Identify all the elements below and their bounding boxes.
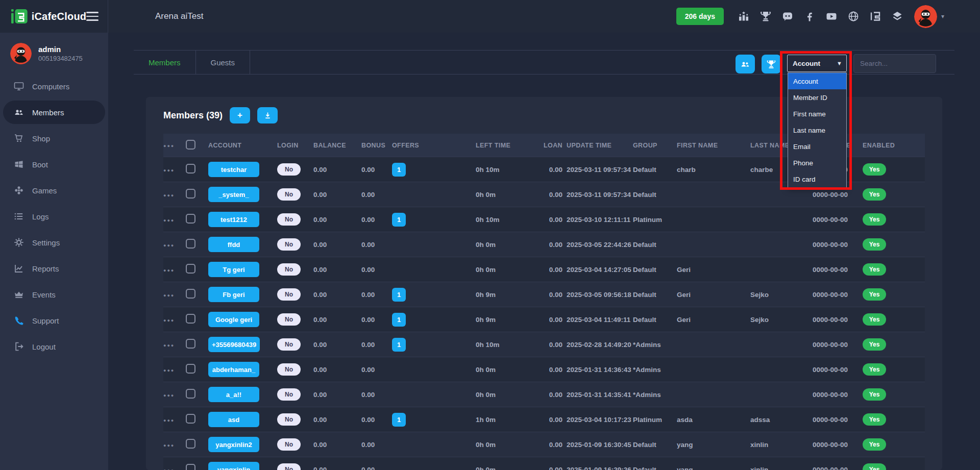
sidebar-item-support[interactable]: Support	[3, 309, 105, 332]
ranking-icon[interactable]	[737, 10, 750, 23]
row-actions-button[interactable]: ●●●	[163, 343, 175, 348]
user-menu-chevron-down-icon[interactable]: ▾	[941, 13, 944, 20]
youtube-icon[interactable]	[825, 10, 838, 23]
filter-option-first-name[interactable]: First name	[788, 106, 846, 122]
account-button[interactable]: a_a!!	[208, 387, 259, 402]
account-button[interactable]: _system_	[208, 187, 259, 202]
row-actions-button[interactable]: ●●●	[163, 268, 175, 273]
row-checkbox[interactable]	[186, 414, 195, 424]
account-button[interactable]: abderhaman_	[208, 362, 259, 377]
row-checkbox[interactable]	[186, 239, 195, 249]
table-row[interactable]: ●●●Fb geriNo0.000.0010h 9m0.002025-03-05…	[163, 282, 925, 307]
sidebar-item-events[interactable]: Events	[3, 283, 105, 306]
account-button[interactable]: Google geri	[208, 312, 259, 327]
table-row[interactable]: ●●●yangxinlin2No0.000.000h 0m0.002025-01…	[163, 432, 925, 457]
table-row[interactable]: ●●●ffddNo0.000.000h 0m0.002025-03-05 22:…	[163, 232, 925, 257]
sidebar-item-members[interactable]: Members	[3, 101, 105, 124]
discord-icon[interactable]	[781, 10, 794, 23]
row-checkbox[interactable]	[186, 314, 195, 324]
table-row[interactable]: ●●●Google geriNo0.000.0010h 9m0.002025-0…	[163, 307, 925, 332]
filter-option-email[interactable]: Email	[788, 138, 846, 155]
row-actions-button[interactable]: ●●●	[163, 443, 175, 448]
row-actions-button[interactable]: ●●●	[163, 318, 175, 323]
row-actions-button[interactable]: ●●●	[163, 168, 175, 173]
row-checkbox[interactable]	[186, 464, 195, 470]
row-checkbox[interactable]	[186, 164, 195, 174]
select-all-checkbox[interactable]	[186, 140, 195, 150]
cell-birthday: 0000-00-00	[806, 266, 862, 274]
account-button[interactable]: Tg geri	[208, 262, 259, 277]
account-button[interactable]: yangxinlin	[208, 462, 259, 470]
row-checkbox[interactable]	[186, 264, 195, 274]
account-button[interactable]: Fb geri	[208, 287, 259, 302]
row-actions-button[interactable]: ●●●	[163, 418, 175, 423]
row-checkbox[interactable]	[186, 214, 195, 224]
cell-balance: 0.00	[312, 316, 361, 324]
row-checkbox[interactable]	[186, 339, 195, 349]
ninja-avatar-icon	[914, 5, 937, 28]
account-button[interactable]: test1212	[208, 212, 259, 227]
sidebar-item-reports[interactable]: Reports	[3, 257, 105, 280]
table-row[interactable]: ●●●+35569680439No0.000.0010h 10m0.002025…	[163, 332, 925, 357]
row-actions-button[interactable]: ●●●	[163, 293, 175, 298]
icafecloud-icon[interactable]	[869, 10, 882, 23]
table-row[interactable]: ●●●a_a!!No0.000.000h 0m0.002025-01-31 14…	[163, 382, 925, 407]
row-actions-button[interactable]: ●●●	[163, 243, 175, 248]
add-member-button[interactable]: +	[230, 107, 250, 123]
table-row[interactable]: ●●●abderhaman_No0.000.000h 0m0.002025-01…	[163, 357, 925, 382]
sidebar-item-shop[interactable]: Shop	[3, 127, 105, 150]
topbar-icons	[737, 10, 904, 23]
sidebar-item-settings[interactable]: Settings	[3, 231, 105, 254]
license-days-badge[interactable]: 206 days	[676, 8, 724, 25]
filter-option-phone[interactable]: Phone	[788, 155, 846, 171]
table-row[interactable]: ●●●test1212No0.000.0010h 10m0.002025-03-…	[163, 207, 925, 232]
table-row[interactable]: ●●●yangxinlinNo0.000.000h 0m0.002025-01-…	[163, 457, 925, 470]
row-checkbox[interactable]	[186, 389, 195, 399]
row-checkbox[interactable]	[186, 439, 195, 449]
filter-option-account[interactable]: Account	[788, 73, 846, 89]
row-actions-button[interactable]: ●●●	[163, 368, 175, 373]
facebook-icon[interactable]	[803, 10, 816, 23]
filter-trophy-button[interactable]	[762, 55, 781, 73]
filter-field-select[interactable]: Account ▼	[787, 55, 847, 72]
filter-option-member-id[interactable]: Member ID	[788, 89, 846, 106]
account-button[interactable]: yangxinlin2	[208, 437, 259, 452]
tab-guests[interactable]: Guests	[196, 51, 251, 74]
sidebar-item-computers[interactable]: Computers	[3, 75, 105, 98]
row-actions-button[interactable]: ●●●	[163, 143, 175, 149]
table-row[interactable]: ●●●Tg geriNo0.000.000h 0m0.002025-03-04 …	[163, 257, 925, 282]
user-avatar[interactable]	[914, 5, 937, 28]
sidebar-profile[interactable]: admin 005193482475	[0, 33, 108, 75]
sidebar-item-games[interactable]: Games	[3, 179, 105, 202]
export-members-button[interactable]	[257, 107, 278, 123]
layers-icon[interactable]	[891, 10, 904, 23]
sidebar-item-boot[interactable]: Boot	[3, 153, 105, 176]
cell-actions: ●●●	[163, 216, 186, 224]
row-actions-button[interactable]: ●●●	[163, 468, 175, 470]
trophy-icon[interactable]	[759, 10, 772, 23]
row-actions-button[interactable]: ●●●	[163, 393, 175, 398]
tab-members[interactable]: Members	[134, 51, 196, 74]
table-row[interactable]: ●●●asdNo0.000.0011h 0m0.002025-03-04 10:…	[163, 407, 925, 432]
account-button[interactable]: +35569680439	[208, 337, 260, 352]
cell-login: No	[270, 213, 312, 226]
row-actions-button[interactable]: ●●●	[163, 218, 175, 223]
cell-enabled: Yes	[862, 413, 925, 426]
account-button[interactable]: ffdd	[208, 237, 259, 252]
filter-option-id-card[interactable]: ID card	[788, 171, 846, 187]
row-checkbox[interactable]	[186, 289, 195, 299]
topbar-right: 206 days ▾	[676, 5, 980, 28]
row-checkbox[interactable]	[186, 189, 195, 199]
row-actions-button[interactable]: ●●●	[163, 193, 175, 198]
search-input[interactable]	[853, 54, 936, 73]
row-checkbox[interactable]	[186, 364, 195, 374]
filter-option-last-name[interactable]: Last name	[788, 122, 846, 138]
sidebar-item-logs[interactable]: Logs	[3, 205, 105, 228]
hamburger-menu-icon[interactable]	[86, 12, 99, 21]
header-enabled: ENABLED	[862, 142, 925, 149]
account-button[interactable]: testchar	[208, 162, 259, 177]
account-button[interactable]: asd	[208, 412, 259, 427]
filter-members-button[interactable]	[736, 55, 755, 73]
globe-icon[interactable]	[847, 10, 860, 23]
sidebar-item-logout[interactable]: Logout	[3, 335, 105, 358]
